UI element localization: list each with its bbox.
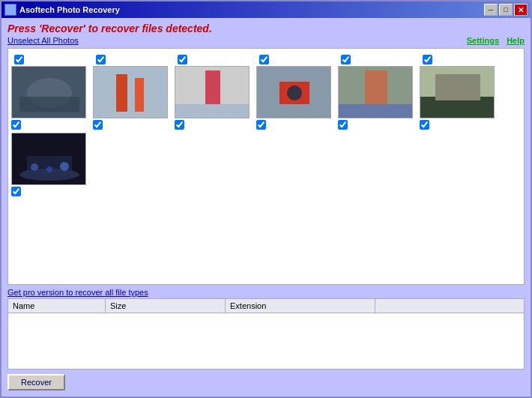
photo-row-1: [11, 66, 521, 130]
top-checkbox-1[interactable]: [14, 55, 24, 64]
col-extension: Extension: [226, 299, 375, 313]
settings-link[interactable]: Settings: [467, 36, 499, 45]
pro-version-link[interactable]: Get pro version to recover all file type…: [7, 285, 525, 298]
photo-item-1: [11, 66, 90, 130]
main-window: Asoftech Photo Recovery ─ □ ✕ Press 'Rec…: [0, 0, 532, 398]
svg-rect-4: [116, 74, 127, 112]
photo-item-2: [93, 66, 172, 130]
photo-check-row-5: [338, 120, 348, 130]
photo-thumb-6: [420, 66, 495, 118]
photo-thumb-5: [338, 66, 413, 118]
main-content: Press 'Recover' to recover files detecte…: [1, 18, 531, 397]
svg-rect-14: [339, 104, 413, 118]
photo-item-7: [11, 133, 90, 196]
app-icon: [4, 4, 16, 16]
table-header-row: Name Size Extension: [8, 299, 525, 313]
photo-check-row-4: [256, 120, 266, 130]
window-title: Asoftech Photo Recovery: [19, 5, 484, 14]
photo-grid-container: [7, 48, 525, 285]
photo-item-5: [338, 66, 417, 130]
svg-rect-2: [19, 97, 79, 112]
photo-check-row-6: [420, 120, 429, 130]
top-links: Settings Help: [467, 36, 525, 45]
maximize-button[interactable]: □: [499, 4, 513, 16]
table-body-area: [7, 313, 525, 370]
file-table: Name Size Extension: [7, 298, 525, 313]
photo-thumb-3: [175, 66, 250, 118]
top-bar: Unselect All Photos Settings Help: [7, 36, 525, 45]
photo-checkbox-2[interactable]: [93, 120, 103, 130]
photo-check-row-3: [175, 120, 184, 130]
photo-thumb-4: [256, 66, 331, 118]
minimize-button[interactable]: ─: [484, 4, 498, 16]
top-check-3: [178, 55, 256, 64]
top-check-4: [259, 55, 338, 64]
photo-thumb-7: [11, 133, 86, 185]
title-bar: Asoftech Photo Recovery ─ □ ✕: [1, 1, 531, 18]
col-extra: [375, 299, 525, 313]
svg-rect-3: [94, 67, 168, 118]
help-link[interactable]: Help: [507, 36, 525, 45]
svg-point-21: [31, 163, 38, 171]
photo-checkbox-1[interactable]: [11, 120, 21, 130]
photo-check-row-1: [11, 120, 21, 130]
top-check-6: [423, 55, 501, 64]
window-controls: ─ □ ✕: [484, 4, 528, 16]
svg-point-22: [46, 166, 52, 172]
top-checkbox-4[interactable]: [259, 55, 269, 64]
photo-checkbox-6[interactable]: [420, 120, 429, 130]
photo-checkbox-4[interactable]: [256, 120, 266, 130]
photo-checkbox-5[interactable]: [338, 120, 348, 130]
photo-checkbox-3[interactable]: [175, 120, 184, 130]
top-check-row: [11, 52, 521, 66]
svg-rect-17: [435, 74, 480, 100]
top-checkbox-6[interactable]: [423, 55, 432, 64]
top-checkbox-2[interactable]: [96, 55, 106, 64]
svg-rect-5: [135, 78, 144, 112]
photo-thumb-1: [11, 66, 86, 118]
photo-check-row-2: [93, 120, 103, 130]
col-size: Size: [106, 299, 226, 313]
svg-point-11: [287, 85, 302, 100]
close-button[interactable]: ✕: [514, 4, 528, 16]
photo-item-4: [256, 66, 335, 130]
svg-rect-8: [175, 104, 250, 118]
photo-checkbox-7[interactable]: [11, 187, 21, 196]
photo-row-2: [11, 133, 521, 196]
unselect-all-link[interactable]: Unselect All Photos: [7, 36, 79, 45]
photo-thumb-2: [93, 66, 168, 118]
bottom-bar: Recover: [7, 370, 525, 392]
photo-item-3: [175, 66, 253, 130]
col-name: Name: [8, 299, 106, 313]
top-checkbox-3[interactable]: [178, 55, 187, 64]
header-message: Press 'Recover' to recover files detecte…: [7, 22, 525, 34]
top-check-5: [341, 55, 420, 64]
photo-item-6: [420, 66, 498, 130]
svg-point-23: [60, 162, 69, 171]
top-checkbox-5[interactable]: [341, 55, 351, 64]
file-table-wrapper: Name Size Extension: [7, 298, 525, 370]
recover-button[interactable]: Recover: [7, 374, 65, 391]
photo-grid-scroll[interactable]: [8, 49, 524, 284]
top-check-1: [14, 55, 93, 64]
top-check-2: [96, 55, 175, 64]
photo-check-row-7: [11, 187, 21, 196]
